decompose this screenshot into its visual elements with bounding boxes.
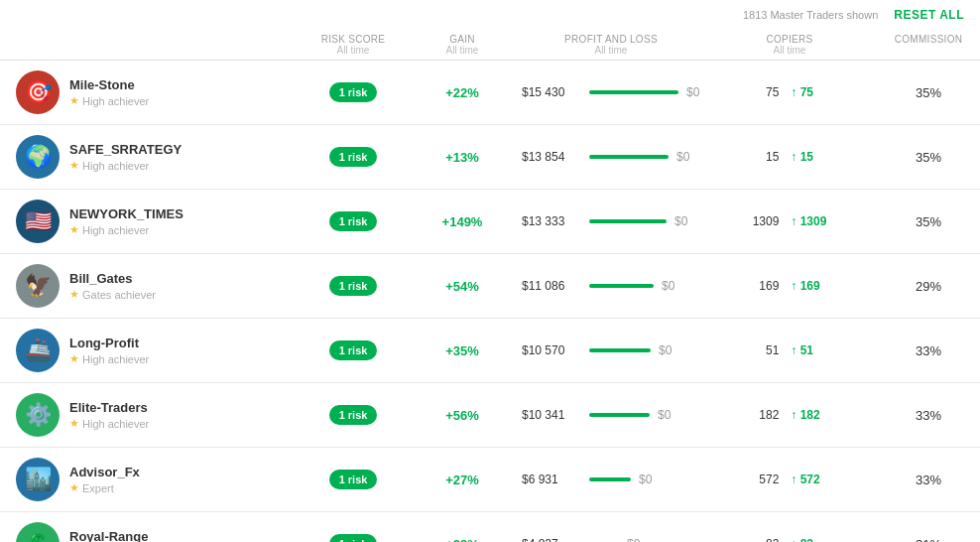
table-row[interactable]: ⚙️ Elite-Traders ★ High achiever 1 risk … [0,383,980,448]
copiers-change: ↑ 83 [791,537,813,542]
copiers-cell: 75 ↑ 75 [710,85,869,99]
trader-name-block: Long-Profit ★ High achiever [69,336,149,365]
pnl-main: $15 430 [522,85,581,99]
trader-badge: ★ Expert [69,481,140,494]
pnl-bar-row: $4 827 $0 [522,537,640,542]
trader-name: Royal-Range [69,529,149,542]
copiers-count: 572 [759,473,779,486]
trader-info: 🚢 Long-Profit ★ High achiever [16,329,294,372]
table-row[interactable]: 🚢 Long-Profit ★ High achiever 1 risk +35… [0,319,980,383]
pnl-main: $10 341 [522,408,581,422]
traders-shown-label: 1813 Master Traders shown [743,9,878,21]
pnl-bar-row: $10 341 $0 [522,408,671,422]
copiers-change: ↑ 75 [791,85,813,99]
pnl-bar-row: $15 430 $0 [522,85,699,99]
trader-name-block: Elite-Traders ★ High achiever [69,400,149,430]
risk-cell: 1 risk [294,405,413,425]
copiers-count: 169 [759,279,779,293]
pnl-bar-row: $13 333 $0 [522,214,687,228]
commission-cell: 33% [869,408,980,423]
copiers-count: 83 [766,537,779,542]
trader-info: 💲 Royal-Range ★ High achiever [16,522,294,542]
table-row[interactable]: 💲 Royal-Range ★ High achiever 1 risk +28… [0,512,980,542]
gain-cell: +56% [413,408,512,423]
star-icon: ★ [69,223,79,236]
copiers-change: ↑ 1309 [791,214,826,228]
table-row[interactable]: 🇺🇸 NEWYORK_TIMES ★ High achiever 1 risk … [0,190,980,254]
badge-label: High achiever [82,353,149,365]
pnl-bar [589,284,654,288]
col-commission: COMMISSION [869,34,980,56]
gain-cell: +22% [413,85,512,100]
risk-badge: 1 risk [329,534,378,542]
trader-badge: ★ High achiever [69,159,182,172]
commission-cell: 29% [869,279,980,294]
copiers-change: ↑ 51 [791,343,813,357]
avatar: 🚢 [16,329,60,372]
risk-cell: 1 risk [294,211,413,231]
avatar: ⚙️ [16,393,60,437]
gain-cell: +149% [413,214,512,229]
risk-cell: 1 risk [294,470,413,489]
trader-info: ⚙️ Elite-Traders ★ High achiever [16,393,294,437]
avatar: 🦅 [16,264,60,308]
risk-badge: 1 risk [329,82,378,102]
star-icon: ★ [69,352,79,365]
star-icon: ★ [69,417,79,430]
copiers-count: 75 [766,85,779,99]
risk-cell: 1 risk [294,340,413,360]
reset-all-button[interactable]: RESET ALL [894,8,964,22]
pnl-main: $11 086 [522,279,581,293]
pnl-bar [589,413,650,417]
gain-cell: +54% [413,279,512,294]
trader-info: 🦅 Bill_Gates ★ Gates achiever [16,264,294,308]
pnl-zero: $0 [686,85,699,99]
avatar: 🎯 [16,70,60,114]
col-copiers: COPIERS All time [710,34,869,56]
table-row[interactable]: 🦅 Bill_Gates ★ Gates achiever 1 risk +54… [0,254,980,319]
pnl-main: $6 931 [522,473,581,486]
copiers-cell: 83 ↑ 83 [710,537,869,542]
pnl-bar [589,155,669,159]
table-row[interactable]: 🏙️ Advisor_Fx ★ Expert 1 risk +27% $6 93… [0,448,980,512]
pnl-bar-row: $13 854 $0 [522,150,689,164]
pnl-zero: $0 [662,279,674,293]
risk-badge: 1 risk [329,405,378,425]
gain-cell: +27% [413,473,512,487]
top-bar: 1813 Master Traders shown RESET ALL [0,0,980,30]
pnl-zero: $0 [627,537,640,542]
traders-list: 🎯 Mile-Stone ★ High achiever 1 risk +22%… [0,61,980,542]
trader-badge: ★ Gates achiever [69,288,156,301]
badge-label: High achiever [82,160,149,172]
star-icon: ★ [69,159,79,172]
pnl-main: $4 827 [522,537,581,542]
copiers-count: 15 [766,150,779,164]
trader-name-block: Advisor_Fx ★ Expert [69,465,140,494]
pnl-zero: $0 [676,150,689,164]
pnl-bar [589,219,667,223]
trader-badge: ★ High achiever [69,223,184,236]
pnl-main: $13 333 [522,214,581,228]
risk-badge: 1 risk [329,276,378,296]
copiers-cell: 572 ↑ 572 [710,473,869,486]
pnl-zero: $0 [659,343,672,357]
copiers-cell: 169 ↑ 169 [710,279,869,293]
col-gain: GAIN All time [413,34,512,56]
badge-label: High achiever [82,95,149,107]
col-risk: RISK SCORE All time [294,34,413,56]
trader-name: Mile-Stone [69,77,149,92]
pnl-bar [589,348,651,352]
table-header: RISK SCORE All time GAIN All time PROFIT… [0,30,980,61]
table-row[interactable]: 🎯 Mile-Stone ★ High achiever 1 risk +22%… [0,61,980,125]
copiers-count: 51 [766,343,779,357]
pnl-bar-row: $6 931 $0 [522,473,652,486]
pnl-cell: $15 430 $0 [512,85,710,99]
copiers-count: 182 [759,408,779,422]
trader-name: Bill_Gates [69,271,156,286]
table-row[interactable]: 🌍 SAFE_SRRATEGY ★ High achiever 1 risk +… [0,125,980,190]
copiers-cell: 182 ↑ 182 [710,408,869,422]
pnl-cell: $6 931 $0 [512,473,710,486]
pnl-cell: $13 333 $0 [512,214,710,228]
commission-cell: 31% [869,537,980,543]
pnl-zero: $0 [674,214,687,228]
